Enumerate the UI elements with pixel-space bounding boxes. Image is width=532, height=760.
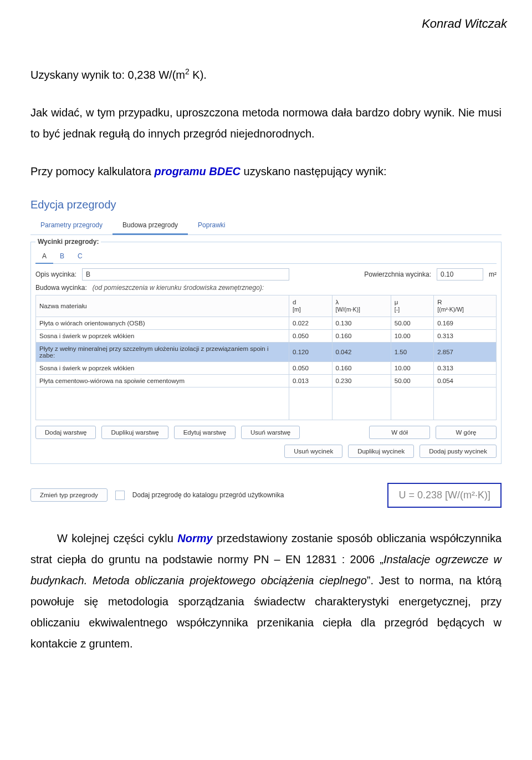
table-cell: Sosna i świerk w poprzek włókien [36,329,289,342]
add-slice-button[interactable]: Dodaj pusty wycinek [420,445,497,458]
catalog-label: Dodaj przegrodę do katalogu przegród uży… [132,491,284,499]
pow-input[interactable] [437,268,483,280]
table-cell: 0.013 [289,374,332,387]
p4-text-a: W kolejnej części cyklu [57,532,177,544]
tab-poprawki[interactable]: Poprawki [188,217,235,234]
table-cell: 0.022 [289,317,332,329]
table-row[interactable]: Sosna i świerk w poprzek włókien0.0500.1… [36,361,497,374]
up-button[interactable]: W górę [436,426,497,439]
p1-superscript: 2 [185,67,190,76]
table-cell: 0.160 [332,361,391,374]
col-name[interactable]: Nazwa materiału [36,295,289,317]
down-button[interactable]: W dół [369,426,430,439]
table-cell: 0.160 [332,329,391,342]
change-type-button[interactable]: Zmień typ przegrody [30,488,108,502]
table-row[interactable]: Sosna i świerk w poprzek włókien0.0500.1… [36,329,497,342]
p3-text-b: uzyskano następujący wynik: [241,165,386,177]
edit-layer-button[interactable]: Edytuj warstwę [174,426,236,439]
table-blank-row [36,387,497,420]
table-cell: 50.00 [391,317,433,329]
table-cell: 2.857 [434,342,497,361]
del-layer-button[interactable]: Usuń warstwę [241,426,300,439]
table-cell: 0.230 [332,374,391,387]
col-lambda[interactable]: λ[W/(m·K)] [332,295,391,317]
app-title: Edycja przegrody [30,198,502,211]
normy-link[interactable]: Normy [177,532,212,544]
table-cell: Płyta cementowo-wiórowa na spoiwie cemen… [36,374,289,387]
table-cell: 10.00 [391,361,433,374]
budowa-label: Budowa wycinka: [35,284,87,292]
table-cell: 10.00 [391,329,433,342]
table-cell [332,387,391,420]
u-result-value: U = 0.238 [W/(m²·K)] [388,483,501,507]
table-cell: Płyta o wiórach orientowanych (OSB) [36,317,289,329]
tab-parametry[interactable]: Parametry przegrody [30,217,112,234]
col-mu[interactable]: μ[-] [391,295,433,317]
slice-button-row: Usuń wycinek Duplikuj wycinek Dodaj pust… [35,445,497,458]
col-r[interactable]: R[(m²·K)/W] [434,295,497,317]
p1-text-b: K). [190,69,207,81]
table-row[interactable]: Płyty z wełny mineralnej przy szczelnym … [36,342,497,361]
tab-budowa[interactable]: Budowa przegrody [112,217,188,234]
table-cell: 0.313 [434,361,497,374]
layer-button-row: Dodaj warstwę Duplikuj warstwę Edytuj wa… [35,426,497,439]
catalog-checkbox[interactable] [115,491,125,500]
table-cell: 0.130 [332,317,391,329]
p1-text-a: Uzyskany wynik to: 0,238 W/(m [30,69,185,81]
del-slice-button[interactable]: Usuń wycinek [284,445,342,458]
table-cell: Sosna i świerk w poprzek włókien [36,361,289,374]
opis-input[interactable] [82,268,289,280]
table-cell: 0.313 [434,329,497,342]
materials-table: Nazwa materiału d[m] λ[W/(m·K)] μ[-] R[(… [35,295,497,420]
app-screenshot-region: Edycja przegrody Parametry przegrody Bud… [30,198,502,508]
subtab-a[interactable]: A [35,249,53,263]
table-cell [391,387,433,420]
budowa-note: (od pomieszczenia w kierunku środowiska … [93,284,264,292]
main-tab-bar: Parametry przegrody Budowa przegrody Pop… [30,217,502,235]
table-row[interactable]: Płyta o wiórach orientowanych (OSB)0.022… [36,317,497,329]
subtab-c[interactable]: C [71,249,89,263]
pow-unit: m² [489,271,497,278]
u-result-box: U = 0.238 [W/(m²·K)] [387,483,502,508]
paragraph-3: Przy pomocy kalkulatora programu BDEC uz… [30,161,502,182]
wycinki-fieldset: Wycinki przegrody: A B C Opis wycinka: P… [30,242,502,464]
table-cell: 50.00 [391,374,433,387]
app-footer-row: Zmień typ przegrody Dodaj przegrodę do k… [30,483,502,508]
table-cell [289,387,332,420]
add-layer-button[interactable]: Dodaj warstwę [35,426,96,439]
pow-label: Powierzchnia wycinka: [364,271,431,278]
table-cell: 1.50 [391,342,433,361]
table-row[interactable]: Płyta cementowo-wiórowa na spoiwie cemen… [36,374,497,387]
table-cell: 0.050 [289,361,332,374]
paragraph-2: Jak widać, w tym przypadku, uproszczona … [30,102,502,144]
table-cell: 0.120 [289,342,332,361]
dup-layer-button[interactable]: Duplikuj warstwę [101,426,168,439]
table-cell: 0.169 [434,317,497,329]
table-cell: 0.054 [434,374,497,387]
table-cell [36,387,289,420]
author-name: Konrad Witczak [30,17,507,31]
program-bdec-link[interactable]: programu BDEC [154,165,241,177]
dup-slice-button[interactable]: Duplikuj wycinek [348,445,414,458]
subtab-bar: A B C [35,249,497,264]
p3-text-a: Przy pomocy kalkulatora [30,165,154,177]
table-cell: 0.042 [332,342,391,361]
opis-label: Opis wycinka: [35,271,76,278]
col-d[interactable]: d[m] [289,295,332,317]
paragraph-4: W kolejnej części cyklu Normy przedstawi… [30,528,502,654]
paragraph-1: Uzyskany wynik to: 0,238 W/(m2 K). [30,64,502,85]
table-cell [434,387,497,420]
table-cell: Płyty z wełny mineralnej przy szczelnym … [36,342,289,361]
table-cell: 0.050 [289,329,332,342]
wycinki-legend: Wycinki przegrody: [35,238,101,246]
subtab-b[interactable]: B [53,249,71,263]
